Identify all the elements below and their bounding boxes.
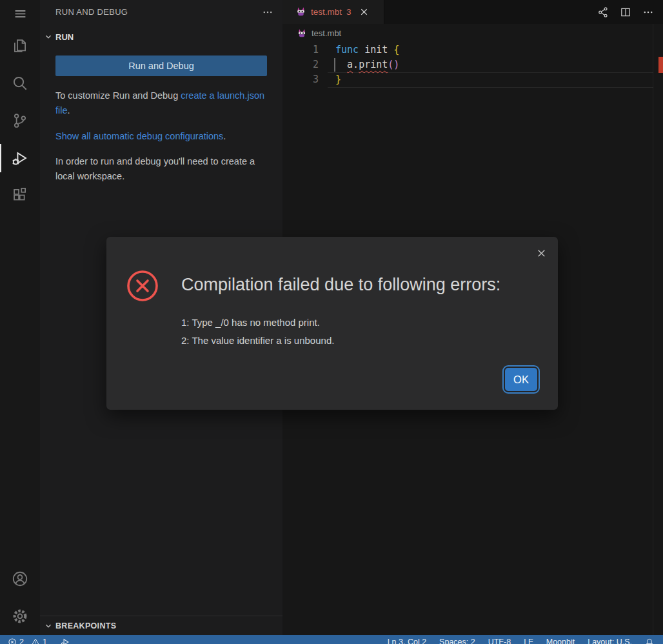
tab-close-button[interactable] <box>359 6 370 17</box>
code-line[interactable]: 1func init { <box>282 43 663 57</box>
status-item-errors[interactable]: 2 <box>8 638 24 644</box>
moonbit-rabbit-icon <box>297 28 307 39</box>
run-debug-icon <box>12 150 28 166</box>
chevron-down-icon <box>44 621 53 630</box>
extensions-icon <box>12 187 28 204</box>
breakpoints-section-header[interactable]: BREAKPOINTS <box>40 616 282 635</box>
activity-bar <box>0 0 40 635</box>
activity-bar-item-extensions[interactable] <box>0 177 40 214</box>
status-item-label: Ln 3, Col 2 <box>388 638 426 644</box>
overview-ruler-error-marker <box>658 57 663 73</box>
status-item-label: Moonbit <box>546 638 575 644</box>
chevron-down-icon <box>44 32 53 41</box>
dialog-close-button[interactable] <box>535 247 548 259</box>
split-editor-button[interactable] <box>620 6 631 18</box>
more-actions-button[interactable] <box>642 6 654 18</box>
dialog-error-list: 1: Type _/0 has no method print.2: The v… <box>181 314 334 350</box>
activity-bar-item-explorer[interactable] <box>0 27 40 65</box>
status-item-keyboard-layout[interactable]: Layout: U.S. <box>588 638 632 644</box>
sidebar-more-actions-button[interactable] <box>262 6 273 18</box>
warning-icon <box>31 638 40 644</box>
breadcrumb[interactable]: test.mbt <box>282 24 663 43</box>
dialog-title: Compilation failed due to following erro… <box>181 275 500 295</box>
status-item-language-mode[interactable]: Moonbit <box>546 638 575 644</box>
line-number: 2 <box>282 57 319 72</box>
source-control-icon <box>12 112 28 129</box>
status-item-label: 2 <box>19 638 24 644</box>
status-item-indentation[interactable]: Spaces: 2 <box>439 638 475 644</box>
settings-icon <box>12 608 28 625</box>
overview-ruler-border <box>653 24 653 635</box>
sidebar-title: RUN AND DEBUG <box>55 7 262 17</box>
workspace-note: In order to run and debug you'll need to… <box>55 154 270 184</box>
status-item-notifications[interactable] <box>645 638 654 644</box>
bell-icon <box>645 638 654 644</box>
share-button[interactable] <box>597 6 609 18</box>
tab-problem-badge: 3 <box>346 7 351 17</box>
status-item-eol[interactable]: LF <box>524 638 533 644</box>
status-item-label: 1 <box>43 638 47 644</box>
activity-bar-item-settings[interactable] <box>0 598 40 635</box>
sidebar-text: To customize Run and Debug <box>55 90 181 101</box>
error-circle-icon <box>126 269 159 303</box>
menu-icon <box>14 7 27 21</box>
line-number: 3 <box>282 72 319 87</box>
code-line-content: } <box>335 72 341 87</box>
breadcrumb-file: test.mbt <box>312 28 341 38</box>
run-section-label: RUN <box>55 32 74 42</box>
error-icon <box>8 638 17 644</box>
run-and-debug-button[interactable]: Run and Debug <box>55 55 267 76</box>
dialog-error-line: 1: Type _/0 has no method print. <box>181 314 334 332</box>
sidebar-text: . <box>223 131 226 141</box>
status-item-warnings[interactable]: 1 <box>31 638 47 644</box>
customize-paragraph: To customize Run and Debug create a laun… <box>55 88 270 118</box>
code-area: 1func init {2 a.print()3} <box>282 43 663 87</box>
activity-bar-item-account[interactable] <box>0 560 40 598</box>
code-line-content: func init { <box>335 43 399 57</box>
compilation-failed-dialog: Compilation failed due to following erro… <box>106 237 558 410</box>
run-section-header[interactable]: RUN <box>40 29 282 45</box>
ok-button[interactable]: OK <box>505 368 537 391</box>
dialog-error-line: 2: The value identifier a is unbound. <box>181 332 334 350</box>
breakpoints-label: BREAKPOINTS <box>55 621 116 630</box>
code-line[interactable]: 2 a.print() <box>282 57 663 72</box>
menu-button[interactable] <box>0 0 40 27</box>
code-line[interactable]: 3} <box>282 72 663 87</box>
status-item-debug[interactable] <box>61 638 70 644</box>
search-icon <box>12 75 28 92</box>
sidebar-link[interactable]: Show all automatic debug configurations <box>55 131 223 141</box>
tab-label: test.mbt <box>311 7 342 17</box>
sidebar-header: RUN AND DEBUG <box>40 0 282 24</box>
moonbit-rabbit-icon <box>295 6 306 17</box>
activity-bar-item-source-control[interactable] <box>0 102 40 139</box>
tab-test-mbt[interactable]: test.mbt 3 <box>282 0 384 24</box>
code-line-content: a.print() <box>335 57 399 72</box>
status-item-label: Layout: U.S. <box>588 638 632 644</box>
show-all-configurations-paragraph: Show all automatic debug configurations. <box>55 129 270 144</box>
sidebar-text: . <box>68 105 70 116</box>
status-item-label: LF <box>524 638 533 644</box>
line-number: 1 <box>282 43 319 57</box>
account-icon <box>12 570 28 587</box>
status-item-label: Spaces: 2 <box>439 638 475 644</box>
activity-bar-item-run-and-debug[interactable] <box>0 139 40 177</box>
tab-bar: test.mbt 3 <box>282 0 663 24</box>
debug-icon <box>61 638 70 644</box>
status-item-cursor-position[interactable]: Ln 3, Col 2 <box>388 638 426 644</box>
status-item-label: UTF-8 <box>488 638 511 644</box>
status-item-encoding[interactable]: UTF-8 <box>488 638 511 644</box>
files-icon <box>12 37 28 54</box>
activity-bar-item-search[interactable] <box>0 65 40 102</box>
status-bar: 21 Ln 3, Col 2Spaces: 2UTF-8LFMoonbitLay… <box>0 635 663 644</box>
